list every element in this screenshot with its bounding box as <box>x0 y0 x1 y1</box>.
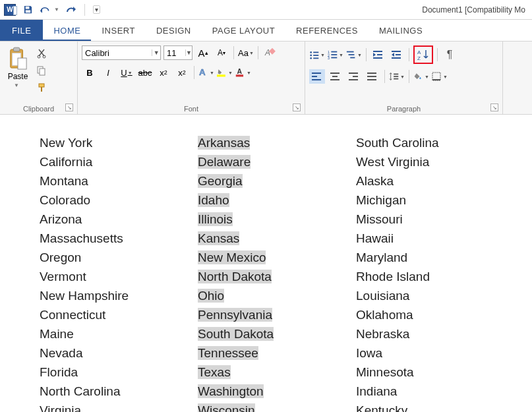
save-icon[interactable] <box>22 5 33 15</box>
list-item[interactable]: Arkansas <box>198 133 356 152</box>
font-name-combo[interactable]: ▼ <box>82 45 161 60</box>
font-name-input[interactable] <box>82 48 152 58</box>
italic-button[interactable]: I <box>100 65 116 80</box>
tab-file[interactable]: FILE <box>0 20 43 41</box>
tab-design[interactable]: DESIGN <box>146 20 202 41</box>
list-item[interactable]: West Virginia <box>356 152 514 171</box>
paragraph-launcher-icon[interactable]: ↘ <box>490 103 498 111</box>
document-body[interactable]: New YorkCaliforniaMontanaColoradoArizona… <box>0 115 532 412</box>
list-item[interactable]: Connecticut <box>40 305 198 324</box>
undo-dropdown-icon[interactable]: ▼ <box>54 7 59 13</box>
underline-button[interactable]: U▼ <box>119 65 134 80</box>
svg-point-18 <box>310 51 312 53</box>
list-item[interactable]: Kentucky <box>356 401 514 412</box>
qat-customize-icon[interactable]: ▾ <box>93 5 100 14</box>
list-item[interactable]: Indiana <box>356 382 514 401</box>
list-item[interactable]: New Mexico <box>198 248 356 267</box>
list-item[interactable]: Oklahoma <box>356 305 514 324</box>
list-item[interactable]: Florida <box>40 363 198 382</box>
list-item[interactable]: Texas <box>198 363 356 382</box>
copy-icon[interactable] <box>34 64 49 77</box>
list-item[interactable]: Nebraska <box>356 324 514 343</box>
align-left-button[interactable] <box>309 69 325 84</box>
list-item[interactable]: Iowa <box>356 343 514 363</box>
shrink-font-icon[interactable]: A▾ <box>214 45 229 60</box>
redo-icon[interactable] <box>66 5 76 15</box>
list-item[interactable]: Maine <box>40 324 198 343</box>
list-item[interactable]: Oregon <box>40 248 198 267</box>
tab-home[interactable]: HOME <box>43 20 91 41</box>
tab-references[interactable]: REFERENCES <box>285 20 369 41</box>
subscript-button[interactable]: x2 <box>156 65 171 80</box>
borders-button[interactable]: ▼ <box>432 69 448 84</box>
list-item[interactable]: Hawaii <box>356 229 514 248</box>
list-item[interactable]: Kansas <box>198 229 356 248</box>
list-item[interactable]: Massachusetts <box>40 229 198 248</box>
bullets-button[interactable]: ▼ <box>309 47 325 62</box>
list-item[interactable]: Alaska <box>356 171 514 191</box>
grow-font-icon[interactable]: A▴ <box>195 45 211 60</box>
bold-button[interactable]: B <box>82 65 98 80</box>
list-item[interactable]: Rhode Island <box>356 267 514 286</box>
tab-mailings[interactable]: MAILINGS <box>369 20 433 41</box>
tab-page-layout[interactable]: PAGE LAYOUT <box>202 20 285 41</box>
superscript-button[interactable]: x2 <box>174 65 190 80</box>
list-item[interactable]: Georgia <box>198 171 356 191</box>
list-item[interactable]: North Dakota <box>198 267 356 286</box>
list-item[interactable]: Montana <box>40 171 198 191</box>
list-item[interactable]: Washington <box>198 382 356 401</box>
list-item[interactable]: South Carolina <box>356 133 514 152</box>
increase-indent-button[interactable] <box>389 47 405 62</box>
cut-icon[interactable] <box>34 47 49 60</box>
line-spacing-button[interactable]: ▼ <box>389 69 405 84</box>
list-item[interactable]: New York <box>40 133 198 152</box>
justify-button[interactable] <box>365 69 380 84</box>
strikethrough-button[interactable]: abc <box>137 65 153 80</box>
paste-dropdown-icon[interactable]: ▼ <box>14 82 19 88</box>
list-item[interactable]: Maryland <box>356 248 514 267</box>
sort-button[interactable]: AZ <box>415 47 431 62</box>
font-size-input[interactable] <box>164 48 185 58</box>
decrease-indent-button[interactable] <box>370 47 386 62</box>
list-item[interactable]: Delaware <box>198 152 356 171</box>
list-item[interactable]: Missouri <box>356 210 514 229</box>
list-item[interactable]: Wisconsin <box>198 401 356 412</box>
text-effects-button[interactable]: A▼ <box>198 65 214 80</box>
show-marks-button[interactable]: ¶ <box>442 47 458 62</box>
list-item[interactable]: Nevada <box>40 343 198 363</box>
list-item[interactable]: Louisiana <box>356 286 514 305</box>
list-item[interactable]: Idaho <box>198 191 356 210</box>
font-size-dropdown-icon[interactable]: ▼ <box>185 49 192 56</box>
font-size-combo[interactable]: ▼ <box>163 45 192 60</box>
list-item[interactable]: New Hampshire <box>40 286 198 305</box>
list-item[interactable]: Colorado <box>40 191 198 210</box>
multilevel-list-button[interactable]: ▼ <box>346 47 362 62</box>
list-item[interactable]: California <box>40 152 198 171</box>
clipboard-launcher-icon[interactable]: ↘ <box>65 103 73 111</box>
list-item[interactable]: North Carolina <box>40 382 198 401</box>
change-case-button[interactable]: Aa▼ <box>238 45 254 60</box>
list-item[interactable]: Arizona <box>40 210 198 229</box>
format-painter-icon[interactable] <box>34 81 49 94</box>
align-right-button[interactable] <box>346 69 362 84</box>
list-item[interactable]: South Dakota <box>198 324 356 343</box>
list-item[interactable]: Ohio <box>198 286 356 305</box>
list-item[interactable]: Michigan <box>356 191 514 210</box>
undo-icon[interactable] <box>40 5 50 15</box>
list-item[interactable]: Vermont <box>40 267 198 286</box>
list-item[interactable]: Tennessee <box>198 343 356 363</box>
font-color-button[interactable]: A▼ <box>235 65 251 80</box>
list-item[interactable]: Illinois <box>198 210 356 229</box>
list-item[interactable]: Minnesota <box>356 363 514 382</box>
tab-insert[interactable]: INSERT <box>91 20 145 41</box>
paste-button[interactable]: Paste ▼ <box>4 44 32 103</box>
font-launcher-icon[interactable]: ↘ <box>293 103 301 111</box>
numbering-button[interactable]: 123▼ <box>328 47 343 62</box>
clear-formatting-icon[interactable]: A <box>262 45 278 60</box>
highlight-button[interactable]: ▼ <box>217 65 233 80</box>
list-item[interactable]: Pennsylvania <box>198 305 356 324</box>
align-center-button[interactable] <box>328 69 343 84</box>
list-item[interactable]: Virginia <box>40 401 198 412</box>
shading-button[interactable]: ▼ <box>413 69 429 84</box>
font-name-dropdown-icon[interactable]: ▼ <box>152 49 160 56</box>
